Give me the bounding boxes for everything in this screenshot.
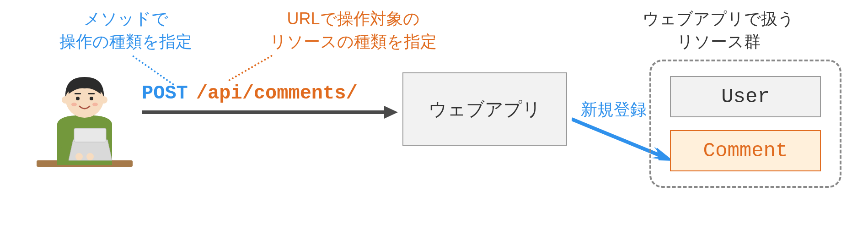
svg-point-9 [71,103,77,106]
http-path: /api/comments/ [196,82,358,104]
svg-point-4 [100,96,107,104]
dotted-connector-url [228,55,273,81]
annotation-url-text: URLで操作対象のリソースの種類を指定 [270,9,437,51]
http-method: POST [142,82,188,104]
annotation-resources-text: ウェブアプリで扱うリソース群 [643,9,794,51]
svg-rect-1 [74,128,106,142]
svg-point-3 [62,96,69,104]
arrow-to-webapp [142,103,398,123]
resource-group: User Comment [649,60,841,188]
rest-diagram: メソッドで操作の種類を指定 URLで操作対象のリソースの種類を指定 ウェブアプリ… [0,0,868,230]
resource-comment: Comment [670,130,821,171]
svg-point-11 [75,153,83,160]
dotted-connector-method [132,55,174,85]
annotation-method: メソッドで操作の種類を指定 [59,7,192,54]
annotation-method-line1: メソッドで操作の種類を指定 [59,9,192,51]
svg-point-10 [92,103,98,106]
annotation-resources: ウェブアプリで扱うリソース群 [643,7,794,54]
svg-rect-8 [88,93,95,94]
resource-user: User [670,76,821,117]
svg-rect-7 [75,93,81,94]
http-request: POST /api/comments/ [142,82,358,104]
svg-point-5 [76,97,80,100]
svg-marker-14 [384,106,398,119]
svg-point-12 [86,153,94,160]
svg-line-15 [572,119,661,156]
webapp-label: ウェブアプリ [429,97,541,122]
person-illustration [32,73,137,181]
resource-user-label: User [721,85,770,108]
webapp-box: ウェブアプリ [402,72,567,146]
svg-point-6 [90,97,93,100]
resource-comment-label: Comment [703,139,788,162]
annotation-url: URLで操作対象のリソースの種類を指定 [270,7,437,54]
